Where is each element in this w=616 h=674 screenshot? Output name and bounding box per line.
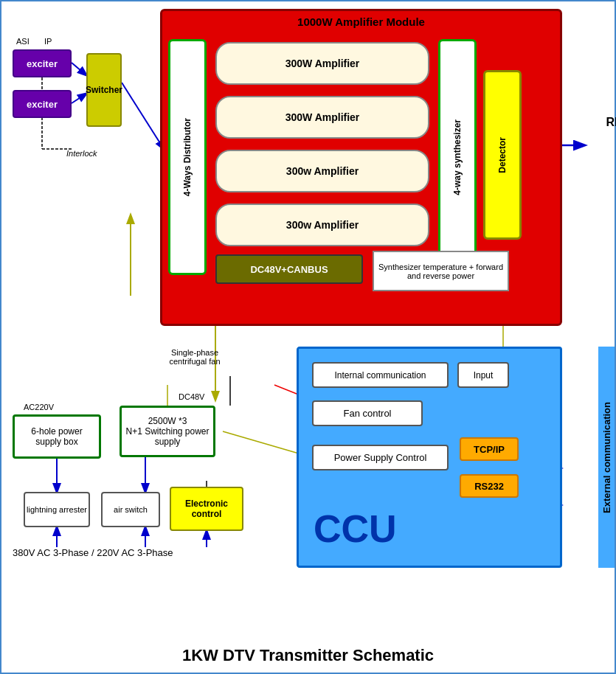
ccu-box: Internal communication Input Fan control… [297,347,562,568]
tcpip-box: TCP/IP [460,437,519,461]
amp-module-title: 1000W Amplifier Module [162,15,560,28]
amp-300w-1: 300W Amplifier [215,42,429,85]
switching-ps-box: 2500W *3 N+1 Switching power supply [120,406,215,457]
amp-300w-4: 300w Amplifier [215,204,429,246]
main-title: 1KW DTV Transmitter Schematic [1,646,615,665]
amp-module: 1000W Amplifier Module 4-Ways Distributo… [160,9,562,326]
interlock-label: Interlock [66,149,97,158]
rs232-box: RS232 [460,474,519,498]
dc48v-label: DC48V [179,392,204,401]
asi-label: ASI [16,37,30,46]
svg-line-1 [72,94,86,103]
air-switch-box: air switch [101,492,160,527]
ac220v-label: AC220V [24,403,54,411]
amp-300w-3: 300w Amplifier [215,150,429,192]
amp-300w-2: 300W Amplifier [215,96,429,139]
synth-temp-box: Synthesizer temperature + forward and re… [373,251,509,291]
canbus-box: DC48V+CANBUS [215,254,363,284]
fan-control-box: Fan control [312,400,423,426]
ccu-text: CCU [314,507,397,551]
internal-comm-box: Internal communication [312,362,449,388]
ext-comm-text: External communication [601,402,612,513]
electronic-ctrl-box: Electronic control [170,487,243,531]
exciter-2: exciter [13,90,72,118]
phase-label: 380V AC 3-Phase / 220V AC 3-Phase [13,547,173,558]
distributor-label: 4-Ways Distributor [182,118,193,196]
ext-comm-label: External communication [598,347,615,568]
distributor-box: 4-Ways Distributor [168,39,207,275]
single-phase-label: Single-phase centrifugal fan [165,348,224,366]
input-box: Input [457,362,509,388]
detector-label: Detector [497,137,508,173]
svg-line-0 [72,63,86,75]
switcher-box: Switcher [86,53,122,127]
power-supply-ctrl-box: Power Supply Control [312,445,449,470]
power-supply-box: 6-hole power supply box [13,414,101,459]
rf-output-label: RF OUTPUT [606,116,616,129]
main-container: ASI IP exciter exciter Switcher Interloc… [0,0,616,674]
svg-line-2 [122,83,164,149]
synthesizer-label: 4-way synthesizer [452,119,463,195]
exciter-1: exciter [13,49,72,77]
lightning-box: lightning arrester [24,492,90,527]
ip-label: IP [44,37,52,46]
detector-box: Detector [483,70,522,240]
synthesizer-box: 4-way synthesizer [438,39,477,275]
svg-line-25 [223,431,304,455]
